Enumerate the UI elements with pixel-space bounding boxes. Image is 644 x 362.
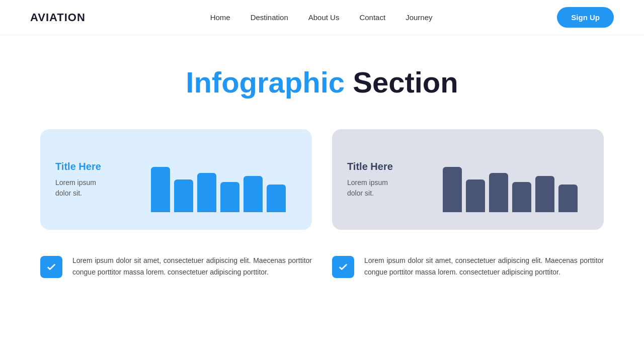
card-left-title: Title Here [55, 161, 136, 172]
nav-item-aboutus[interactable]: About Us [308, 13, 340, 22]
nav-link-home[interactable]: Home [210, 13, 230, 22]
bar-r6 [558, 185, 578, 212]
bar-6 [267, 185, 286, 212]
signup-button[interactable]: Sign Up [557, 7, 614, 28]
bar-r4 [512, 182, 531, 212]
card-right-desc: Lorem ipsumdolor sit. [347, 177, 428, 199]
card-left: Title Here Lorem ipsumdolor sit. [40, 129, 312, 230]
nav-link-contact[interactable]: Contact [359, 13, 385, 22]
card-right-text: Title Here Lorem ipsumdolor sit. [347, 161, 428, 199]
cards-section: Title Here Lorem ipsumdolor sit. Title H… [0, 119, 644, 250]
card-right-title: Title Here [347, 161, 428, 172]
card-right: Title Here Lorem ipsumdolor sit. [332, 129, 604, 230]
bar-3 [197, 173, 216, 212]
check-icon-right [332, 256, 354, 278]
card-left-desc: Lorem ipsumdolor sit. [55, 177, 136, 199]
desc-text-right: Lorem ipsum dolor sit amet, consectetuer… [364, 255, 604, 278]
checkmark-icon-left [46, 261, 57, 273]
bar-1 [151, 167, 170, 212]
bar-4 [220, 182, 239, 212]
nav-item-journey[interactable]: Journey [406, 13, 432, 22]
desc-block-right: Lorem ipsum dolor sit amet, consectetuer… [332, 255, 604, 278]
title-dark: Section [353, 66, 458, 99]
bar-2 [174, 179, 193, 212]
title-blue: Infographic [186, 66, 345, 99]
logo-rest: IATION [46, 11, 86, 24]
bar-r3 [489, 173, 508, 212]
nav-item-home[interactable]: Home [210, 13, 230, 22]
logo: AVIATION [30, 11, 86, 24]
nav-item-contact[interactable]: Contact [359, 13, 385, 22]
check-icon-left [40, 256, 62, 278]
navbar: AVIATION Home Destination About Us Conta… [0, 0, 644, 35]
desc-text-left: Lorem ipsum dolor sit amet, consectetuer… [72, 255, 312, 278]
desc-section: Lorem ipsum dolor sit amet, consectetuer… [0, 250, 644, 298]
bar-r5 [535, 176, 554, 212]
chart-left [151, 147, 286, 212]
page-title: Infographic Section [0, 65, 644, 99]
bar-r2 [466, 179, 485, 212]
desc-block-left: Lorem ipsum dolor sit amet, consectetuer… [40, 255, 312, 278]
chart-right [443, 147, 578, 212]
logo-bold: AV [30, 11, 46, 24]
checkmark-icon-right [338, 261, 349, 273]
nav-item-destination[interactable]: Destination [251, 13, 288, 22]
nav-link-destination[interactable]: Destination [251, 13, 288, 22]
hero-section: Infographic Section [0, 35, 644, 119]
bar-r1 [443, 167, 462, 212]
bar-5 [244, 176, 263, 212]
card-left-text: Title Here Lorem ipsumdolor sit. [55, 161, 136, 199]
nav-link-journey[interactable]: Journey [406, 13, 432, 22]
nav-link-aboutus[interactable]: About Us [308, 13, 340, 22]
nav-links: Home Destination About Us Contact Journe… [210, 13, 433, 22]
